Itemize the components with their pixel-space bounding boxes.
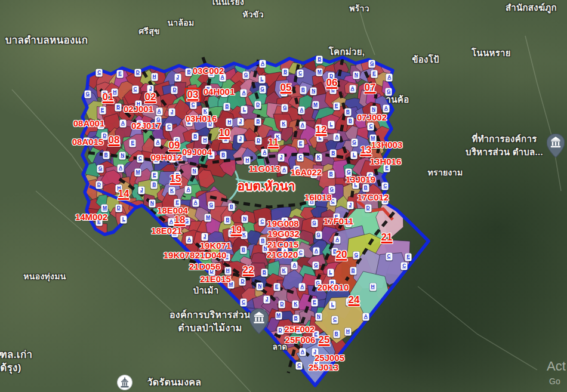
place-label: โนนเรียง	[211, 0, 244, 8]
place-label: โนนหราย	[472, 46, 511, 60]
parcel-code-label[interactable]: 17F011	[323, 216, 353, 226]
zone-number-label[interactable]: 07	[365, 82, 376, 94]
zone-number-label[interactable]: 22	[243, 264, 254, 276]
zone-number-label[interactable]: 13	[360, 144, 372, 156]
parcel-code-label[interactable]: 02J017	[131, 121, 161, 131]
place-label: สำนักสงฆ์ภูก	[506, 1, 557, 15]
zone-number-label[interactable]: 06	[326, 77, 338, 89]
parcel-code-label[interactable]: 19G032	[267, 229, 299, 239]
place-label: พร้าว	[349, 2, 369, 15]
parcel-code-label[interactable]: 09J004	[182, 147, 212, 157]
parcel-code-label[interactable]: 11G013	[249, 163, 281, 174]
place-label: ด้รุง)	[0, 359, 21, 375]
parcel-code-label[interactable]: 20K010	[318, 282, 349, 292]
parcel-code-label[interactable]: 21C020	[267, 249, 298, 260]
place-label: โคกม่วย,	[329, 45, 365, 59]
place-label: านค้อ	[386, 92, 409, 107]
parcel-code-label[interactable]: 25F002	[285, 324, 315, 334]
zone-number-label[interactable]: 18	[174, 214, 186, 226]
zone-number-label[interactable]: 14	[118, 188, 130, 200]
parcel-code-label[interactable]: 13H016	[370, 156, 402, 166]
zone-number-label[interactable]: 21	[381, 232, 393, 243]
parcel-code-label[interactable]: 14M002	[75, 212, 107, 222]
place-label: บาลตำบลหนองแก	[5, 32, 88, 48]
zone-number-label[interactable]: 11	[268, 137, 279, 149]
zone-number-label[interactable]: 20	[336, 249, 347, 261]
parcel-code-label[interactable]: 02J001	[124, 104, 153, 114]
map-label-layer: บาลตำบลหนองแกศรีสุขนาล้อมโนนเรียงหัวขัวพ…	[0, 0, 567, 392]
place-label: ศรีสุข	[138, 24, 160, 38]
parcel-code-label[interactable]: 21E015	[200, 274, 231, 284]
parcel-code-label[interactable]: 25J013	[309, 362, 338, 372]
parcel-code-label[interactable]: 19G008	[267, 218, 298, 229]
parcel-code-label[interactable]: 08A001	[73, 118, 105, 128]
parcel-code-label[interactable]: 03C002	[193, 66, 224, 76]
zone-number-label[interactable]: 03	[185, 88, 201, 102]
zone-number-label[interactable]: 09	[169, 140, 180, 152]
map-canvas[interactable]: ABGCEDHJBKAGLBCMDNEAGBHCJDKELAGMBNCADGEB…	[0, 0, 567, 392]
place-label: นาล้อม	[167, 16, 194, 29]
parcel-code-label[interactable]: 13J019	[346, 174, 375, 184]
place-label: ทรายงาม	[428, 166, 463, 179]
parcel-code-label[interactable]: 07J002	[357, 112, 387, 122]
parcel-code-label[interactable]: 21C015	[267, 239, 299, 249]
parcel-code-label[interactable]: 09H012	[151, 152, 183, 162]
poi-label: บริหารส่วน ตำบล...	[466, 145, 543, 159]
zone-number-label[interactable]: 02	[145, 91, 156, 103]
parcel-code-label[interactable]: 18E021	[151, 226, 182, 236]
parcel-code-label[interactable]: 08A015	[72, 137, 104, 147]
place-label: ป่าเม้า	[193, 283, 219, 298]
zone-number-label[interactable]: 08	[109, 134, 120, 146]
parcel-code-label[interactable]: 18E004	[157, 205, 188, 215]
zone-number-label[interactable]: 24	[349, 294, 360, 306]
zone-number-label[interactable]: 05	[281, 82, 292, 94]
poi-label: วัดรัตนมงคล	[147, 375, 202, 390]
parcel-code-label[interactable]: 17C012	[358, 192, 389, 202]
zone-number-label[interactable]: 12	[316, 124, 327, 136]
place-label: หัวขัว	[242, 8, 264, 21]
temple-poi-icon[interactable]	[117, 375, 133, 391]
zone-number-label[interactable]: 10	[219, 127, 230, 139]
parcel-code-label[interactable]: 16I018	[304, 192, 332, 202]
zone-number-label[interactable]: 19	[231, 224, 242, 236]
government-office-pin[interactable]	[249, 308, 269, 334]
zone-number-label[interactable]: 01	[103, 91, 114, 103]
poi-label: ตำบลป่าไม้งาม	[178, 320, 242, 335]
watermark-text-line1: Act	[547, 359, 566, 374]
government-office-pin[interactable]	[547, 134, 565, 158]
poi-label: ที่ทำการองค์การ	[472, 132, 537, 146]
parcel-code-label[interactable]: 13H003	[371, 140, 403, 150]
zone-number-label[interactable]: 25	[319, 334, 330, 346]
region-title-label: อบต.หัวนา	[237, 176, 295, 196]
parcel-code-label[interactable]: 04H001	[204, 87, 235, 97]
parcel-code-label[interactable]: 25J005	[315, 353, 344, 363]
watermark-text-line2: Go	[549, 376, 560, 386]
zone-number-label[interactable]: 15	[170, 173, 181, 185]
place-label: ข้องโป้	[412, 53, 439, 67]
parcel-code-label[interactable]: 21D056	[189, 261, 221, 271]
parcel-code-label[interactable]: 19K071	[200, 240, 232, 251]
parcel-code-label[interactable]: 19K078	[164, 250, 195, 260]
parcel-code-label[interactable]: 03H016	[186, 113, 217, 124]
place-label: หนองทุ่งมน	[23, 270, 66, 283]
parcel-code-label[interactable]: 21D040	[195, 250, 227, 260]
parcel-code-label[interactable]: 25F006	[285, 335, 316, 345]
